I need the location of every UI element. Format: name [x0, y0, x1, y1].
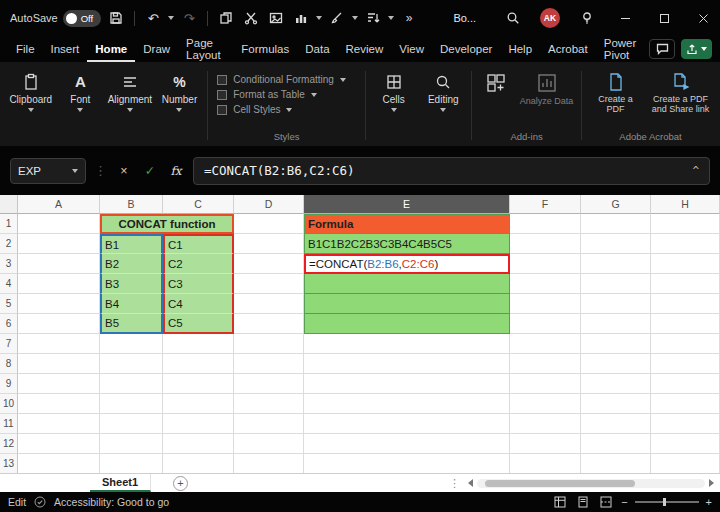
cell-H6[interactable]	[651, 314, 720, 334]
column-header-B[interactable]: B	[100, 195, 163, 214]
cell-B9[interactable]	[100, 374, 163, 394]
cell-D12[interactable]	[234, 434, 304, 454]
add-sheet-button[interactable]: +	[173, 476, 188, 491]
tab-options-icon[interactable]: ⋮	[441, 477, 468, 490]
cell-A1[interactable]	[18, 214, 100, 234]
insert-function-button[interactable]: fx	[167, 164, 185, 178]
cut-button[interactable]	[241, 6, 261, 30]
enter-button[interactable]: ✓	[141, 163, 159, 178]
cell-H5[interactable]	[651, 294, 720, 314]
cell-G3[interactable]	[581, 254, 651, 274]
page-layout-view-button[interactable]	[575, 494, 591, 510]
cell-G11[interactable]	[581, 414, 651, 434]
insert-picture-button[interactable]	[266, 6, 286, 30]
cell-B11[interactable]	[100, 414, 163, 434]
cell-A4[interactable]	[18, 274, 100, 294]
cell-D4[interactable]	[234, 274, 304, 294]
create-pdf-button[interactable]: Create a PDF	[589, 72, 643, 115]
cell-D2[interactable]	[234, 234, 304, 254]
row-header-6[interactable]: 6	[0, 314, 18, 334]
hscroll-track[interactable]	[477, 479, 705, 488]
cell-H12[interactable]	[651, 434, 720, 454]
menu-tab-review[interactable]: Review	[338, 36, 392, 62]
cell-C6[interactable]: C5	[163, 314, 234, 334]
row-header-13[interactable]: 13	[0, 454, 18, 473]
cell-E2[interactable]: B1C1B2C2B3C3B4C4B5C5	[304, 234, 510, 254]
sort-button[interactable]	[363, 6, 383, 30]
sheet-tab-sheet1[interactable]: Sheet1	[90, 474, 151, 492]
cell-F2[interactable]	[510, 234, 581, 254]
cell-D7[interactable]	[234, 334, 304, 354]
menu-tab-acrobat[interactable]: Acrobat	[540, 36, 596, 62]
menu-tab-draw[interactable]: Draw	[135, 36, 178, 62]
close-button[interactable]	[686, 0, 720, 36]
copy-button[interactable]	[216, 6, 236, 30]
cell-B7[interactable]	[100, 334, 163, 354]
column-header-A[interactable]: A	[18, 195, 100, 214]
cell-B1[interactable]: CONCAT function	[100, 214, 234, 234]
cell-B4[interactable]: B3	[100, 274, 163, 294]
cell-B12[interactable]	[100, 434, 163, 454]
cell-F8[interactable]	[510, 354, 581, 374]
hscroll-thumb[interactable]	[485, 480, 635, 487]
row-header-11[interactable]: 11	[0, 414, 18, 434]
row-header-2[interactable]: 2	[0, 234, 18, 254]
insert-chart-button[interactable]	[291, 6, 311, 30]
maximize-button[interactable]	[647, 0, 681, 36]
cell-H9[interactable]	[651, 374, 720, 394]
row-header-12[interactable]: 12	[0, 434, 18, 454]
cell-D13[interactable]	[234, 454, 304, 473]
row-header-8[interactable]: 8	[0, 354, 18, 374]
share-button[interactable]	[681, 39, 712, 59]
cell-B3[interactable]: B2	[100, 254, 163, 274]
cell-H2[interactable]	[651, 234, 720, 254]
menu-tab-page-layout[interactable]: Page Layout	[178, 36, 233, 62]
cancel-button[interactable]: ×	[115, 164, 133, 178]
cell-F1[interactable]	[510, 214, 581, 234]
painter-caret-icon[interactable]	[352, 16, 358, 20]
cell-F10[interactable]	[510, 394, 581, 414]
styles-button-format-as-table[interactable]: Format as Table	[211, 87, 362, 102]
cell-A9[interactable]	[18, 374, 100, 394]
autosave-toggle[interactable]: Off	[63, 10, 102, 27]
cell-D10[interactable]	[234, 394, 304, 414]
cell-D11[interactable]	[234, 414, 304, 434]
cell-D6[interactable]	[234, 314, 304, 334]
cell-H10[interactable]	[651, 394, 720, 414]
minimize-button[interactable]	[608, 0, 642, 36]
cell-G10[interactable]	[581, 394, 651, 414]
cell-E1[interactable]: Formula	[304, 214, 510, 234]
cell-C4[interactable]: C3	[163, 274, 234, 294]
column-header-C[interactable]: C	[163, 195, 234, 214]
cell-H4[interactable]	[651, 274, 720, 294]
row-header-1[interactable]: 1	[0, 214, 18, 234]
styles-button-conditional-formatting[interactable]: Conditional Formatting	[211, 72, 362, 87]
cell-H8[interactable]	[651, 354, 720, 374]
editing-group-button[interactable]: Editing	[418, 65, 468, 146]
column-header-D[interactable]: D	[234, 195, 304, 214]
cells-group-button[interactable]: Cells	[369, 65, 419, 146]
qat-overflow-button[interactable]: »	[399, 6, 419, 30]
sort-caret-icon[interactable]	[388, 16, 394, 20]
cell-B6[interactable]: B5	[100, 314, 163, 334]
cell-B13[interactable]	[100, 454, 163, 473]
cell-A12[interactable]	[18, 434, 100, 454]
cell-F5[interactable]	[510, 294, 581, 314]
name-box[interactable]: EXP	[10, 158, 86, 184]
select-all-corner[interactable]	[0, 195, 18, 214]
column-header-H[interactable]: H	[651, 195, 720, 214]
cell-C2[interactable]: C1	[163, 234, 234, 254]
chart-caret-icon[interactable]	[316, 16, 322, 20]
zoom-in-button[interactable]: +	[706, 496, 712, 508]
formula-input[interactable]: =CONCAT(B2:B6,C2:C6) ^	[193, 157, 710, 185]
cell-D9[interactable]	[234, 374, 304, 394]
cell-E3[interactable]: =CONCAT(B2:B6,C2:C6)	[304, 254, 510, 274]
cell-C5[interactable]: C4	[163, 294, 234, 314]
cell-D1[interactable]	[234, 214, 304, 234]
row-header-4[interactable]: 4	[0, 274, 18, 294]
cell-A10[interactable]	[18, 394, 100, 414]
cell-F9[interactable]	[510, 374, 581, 394]
cell-C11[interactable]	[163, 414, 234, 434]
cell-D8[interactable]	[234, 354, 304, 374]
cell-G9[interactable]	[581, 374, 651, 394]
